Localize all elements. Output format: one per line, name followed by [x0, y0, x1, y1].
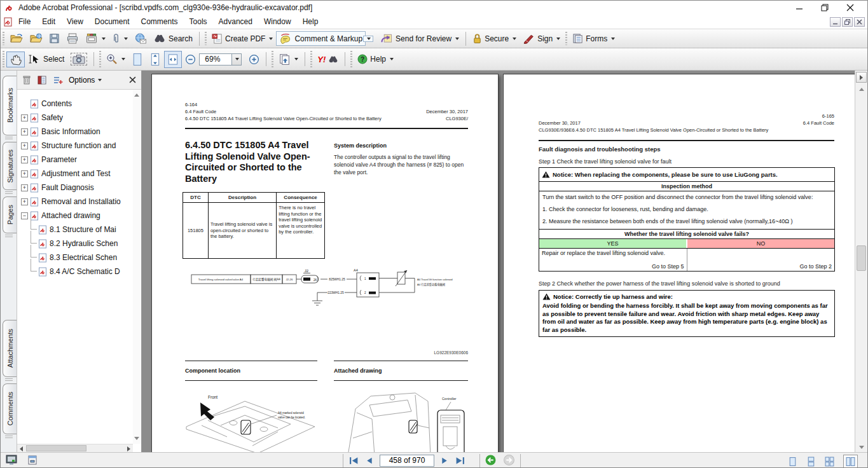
document-pdf-icon[interactable] — [3, 17, 13, 27]
email-button[interactable] — [131, 31, 150, 46]
page-display-button[interactable] — [275, 52, 301, 67]
scroll-down-icon[interactable] — [859, 446, 864, 449]
help-button[interactable]: ?Help — [354, 52, 397, 66]
close-button[interactable] — [846, 3, 855, 12]
menu-view[interactable]: View — [61, 15, 89, 28]
toolbar-grip[interactable] — [350, 51, 352, 67]
bookmark-item-basic-information[interactable]: +Basic Information — [21, 125, 100, 138]
open-web-button[interactable] — [26, 31, 46, 46]
menu-edit[interactable]: Edit — [36, 15, 61, 28]
page-number-field[interactable]: 458 of 970 — [380, 455, 434, 467]
scroll-up-icon[interactable] — [134, 93, 139, 97]
expand-plus-icon[interactable]: + — [21, 170, 28, 177]
expand-plus-icon[interactable]: + — [21, 198, 28, 205]
bookmark-item-removal-installation[interactable]: +Removal and Installatio — [21, 195, 121, 208]
scrollbar-thumb[interactable] — [26, 445, 86, 451]
zoom-out-button[interactable] — [182, 52, 199, 67]
bookmark-item-safety[interactable]: +Safety — [21, 111, 63, 124]
expand-bookmark-icon[interactable] — [37, 75, 47, 85]
last-page-icon[interactable] — [455, 457, 465, 465]
fit-width-button[interactable] — [164, 51, 182, 68]
scroll-left-icon[interactable] — [20, 446, 23, 451]
bookmark-item-8-1[interactable]: 8.1 Structure of Mai — [27, 223, 116, 236]
bookmark-item-adjustment-test[interactable]: +Adjustment and Test — [21, 167, 111, 180]
zoom-level-field[interactable]: 69% — [199, 53, 232, 65]
save-button[interactable] — [46, 31, 63, 46]
two-up-layout-button-selected[interactable] — [843, 455, 858, 468]
toolbar-grip[interactable] — [3, 32, 4, 45]
attach-button[interactable] — [109, 31, 131, 46]
facing-layout-icon[interactable] — [825, 457, 834, 467]
bookmark-item-parameter[interactable]: +Parameter — [21, 153, 77, 166]
send-for-review-button[interactable]: Send for Review — [377, 31, 462, 46]
expand-plus-icon[interactable]: + — [21, 114, 28, 121]
tab-signatures[interactable]: Signatures — [3, 142, 17, 190]
previous-page-icon[interactable] — [365, 457, 373, 465]
bookmark-item-8-2[interactable]: 8.2 Hydraulic Schen — [27, 237, 118, 250]
scrollbar-thumb[interactable] — [857, 245, 866, 271]
minimize-button[interactable] — [795, 3, 804, 12]
organizer-button[interactable] — [82, 31, 109, 46]
screen-mode-button[interactable] — [6, 455, 17, 465]
options-menu[interactable]: Options — [69, 76, 102, 85]
expand-plus-icon[interactable]: + — [21, 128, 28, 135]
select-tool-button[interactable]: Select — [25, 52, 67, 66]
fit-page-button[interactable] — [146, 51, 164, 68]
zoom-tool-button[interactable] — [103, 52, 128, 67]
close-panel-icon[interactable] — [129, 76, 136, 83]
snapshot-button[interactable] — [67, 51, 90, 67]
document-vertical-scrollbar[interactable] — [855, 71, 867, 452]
scroll-down-icon[interactable] — [134, 437, 139, 440]
print-button[interactable] — [63, 31, 82, 46]
bookmark-item-8-4[interactable]: 8.4 A/C Schematic D — [27, 265, 120, 278]
zoom-level-dropdown[interactable] — [232, 53, 242, 65]
menu-advanced[interactable]: Advanced — [213, 15, 258, 28]
toolbar-grip[interactable] — [99, 51, 101, 67]
bookmarks-vertical-scrollbar[interactable] — [133, 90, 141, 444]
tab-bookmarks[interactable]: Bookmarks — [3, 76, 17, 135]
document-area[interactable]: 6-164 6.4 Fault CodeDecember 30, 2017 6.… — [142, 71, 855, 452]
sign-button[interactable]: Sign — [520, 31, 563, 46]
next-view-icon[interactable] — [504, 455, 514, 465]
toolbar-tray-button[interactable] — [27, 455, 38, 465]
create-pdf-button[interactable]: Create PDF — [209, 31, 276, 46]
single-page-layout-icon[interactable] — [788, 457, 797, 467]
comment-markup-button[interactable]: Comment & Markup — [276, 31, 366, 46]
menu-tools[interactable]: Tools — [184, 15, 213, 28]
delete-bookmark-icon[interactable] — [22, 75, 31, 85]
actual-size-button[interactable] — [128, 51, 146, 68]
bookmarks-horizontal-scr ollbar[interactable] — [17, 444, 133, 452]
collapse-minus-icon[interactable]: − — [21, 212, 28, 219]
scroll-right-icon[interactable] — [127, 446, 130, 451]
menu-document[interactable]: Document — [89, 15, 135, 28]
tab-comments[interactable]: Comments — [3, 383, 17, 434]
new-bookmark-icon[interactable] — [53, 75, 63, 85]
first-page-icon[interactable] — [349, 457, 359, 465]
toolbar-grip[interactable] — [565, 32, 567, 45]
previous-view-icon[interactable] — [485, 455, 496, 465]
open-button[interactable] — [6, 31, 26, 46]
expand-plus-icon[interactable]: + — [21, 156, 28, 163]
tab-pages[interactable]: Pages — [3, 196, 17, 233]
toolbar-grip[interactable] — [205, 32, 207, 45]
bookmark-item-8-3[interactable]: 8.3 Electrical Schen — [27, 251, 117, 264]
toolbar-grip[interactable] — [310, 51, 312, 67]
mdi-minimize-button[interactable] — [830, 17, 841, 27]
secure-button[interactable]: Secure — [469, 31, 520, 46]
mdi-restore-button[interactable] — [842, 17, 853, 27]
toolbar-grip[interactable] — [3, 51, 4, 67]
bookmark-item-contents[interactable]: Contents — [30, 97, 72, 110]
forms-button[interactable]: Forms — [569, 31, 618, 46]
continuous-layout-icon[interactable] — [806, 457, 816, 467]
restore-button[interactable] — [820, 3, 829, 12]
bookmark-item-structure-function[interactable]: +Structure function and — [21, 139, 116, 152]
menu-window[interactable]: Window — [258, 15, 297, 28]
yahoo-search-button[interactable]: Y! — [314, 53, 341, 66]
scroll-up-icon[interactable] — [859, 88, 864, 91]
next-page-icon[interactable] — [441, 457, 449, 465]
comment-markup-dropdown[interactable] — [363, 36, 373, 42]
menu-help[interactable]: Help — [297, 15, 324, 28]
toolbar-grip[interactable] — [272, 51, 273, 67]
menu-comments[interactable]: Comments — [135, 15, 184, 28]
zoom-in-button[interactable] — [245, 52, 263, 67]
